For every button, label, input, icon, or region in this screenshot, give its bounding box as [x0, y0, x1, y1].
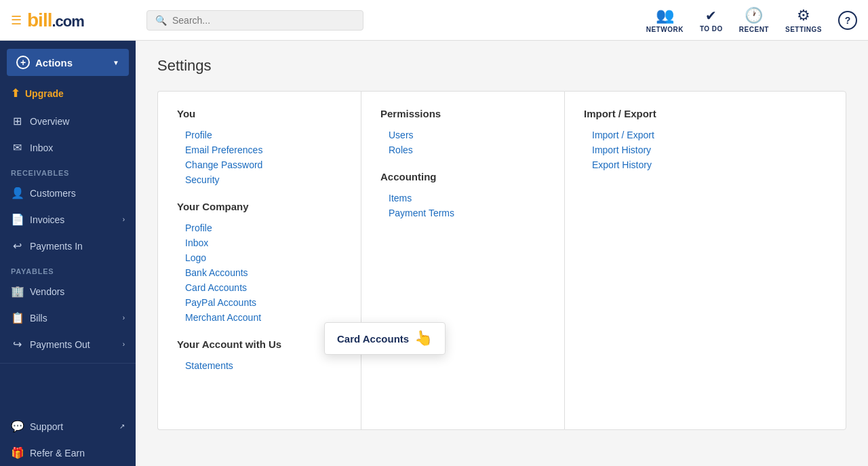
network-button[interactable]: 👥 NETWORK [646, 7, 684, 33]
sidebar: + Actions ▼ ⬆ Upgrade ⊞ Overview ✉ Inbox… [0, 41, 136, 466]
todo-button[interactable]: ✔ TO DO [700, 7, 723, 33]
settings-icon: ⚙ [797, 7, 810, 24]
network-icon: 👥 [656, 7, 674, 24]
link-profile-company[interactable]: Profile [177, 220, 342, 235]
sidebar-item-refer-earn[interactable]: 🎁 Refer & Earn [0, 440, 136, 466]
sidebar-item-support[interactable]: 💬 Support ↗ [0, 413, 136, 440]
hamburger-icon[interactable]: ☰ [11, 13, 22, 28]
bills-chevron-icon: › [123, 314, 125, 322]
invoices-chevron-icon: › [123, 216, 125, 223]
topbar: ☰ bill.com 🔍 👥 NETWORK ✔ TO DO 🕐 RECENT … [0, 0, 868, 41]
settings-panel-you: You Profile Email Preferences Change Pas… [157, 91, 361, 430]
logo: bill.com [27, 9, 84, 31]
payments-in-icon: ↩ [11, 239, 23, 252]
payables-section-label: PAYABLES [0, 259, 136, 278]
link-inbox-company[interactable]: Inbox [177, 235, 342, 250]
topbar-actions: 👥 NETWORK ✔ TO DO 🕐 RECENT ⚙ SETTINGS ? [646, 7, 857, 33]
sidebar-item-customers[interactable]: 👤 Customers [0, 180, 136, 206]
link-export-history[interactable]: Export History [584, 157, 827, 172]
bills-icon: 📋 [11, 311, 23, 324]
link-paypal-accounts[interactable]: PayPal Accounts [177, 295, 342, 310]
actions-plus-icon: + [16, 56, 30, 69]
import-export-section-title: Import / Export [584, 108, 827, 119]
main-layout: + Actions ▼ ⬆ Upgrade ⊞ Overview ✉ Inbox… [0, 41, 868, 466]
payments-in-label: Payments In [30, 241, 83, 252]
upgrade-button[interactable]: ⬆ Upgrade [0, 81, 136, 108]
link-profile-you[interactable]: Profile [177, 128, 342, 142]
todo-icon: ✔ [705, 7, 717, 24]
settings-panel-permissions: Permissions Users Roles Accounting Items… [361, 91, 564, 430]
link-users[interactable]: Users [380, 128, 545, 142]
customers-icon: 👤 [11, 187, 23, 199]
permissions-section-title: Permissions [380, 108, 545, 119]
settings-button[interactable]: ⚙ SETTINGS [785, 7, 822, 33]
overview-label: Overview [30, 116, 69, 127]
invoices-icon: 📄 [11, 213, 23, 226]
card-accounts-tooltip-label: Card Accounts [337, 333, 409, 345]
logo-area: ☰ bill.com [11, 9, 146, 31]
payments-out-label: Payments Out [30, 339, 90, 350]
receivables-section-label: RECEIVABLES [0, 161, 136, 180]
actions-button[interactable]: + Actions ▼ [7, 49, 129, 76]
link-merchant-account[interactable]: Merchant Account [177, 310, 342, 325]
sidebar-item-invoices[interactable]: 📄 Invoices › [0, 206, 136, 233]
recent-button[interactable]: 🕐 RECENT [739, 7, 769, 33]
recent-label: RECENT [739, 26, 769, 33]
actions-label: Actions [35, 57, 73, 69]
todo-label: TO DO [700, 25, 723, 33]
link-logo[interactable]: Logo [177, 250, 342, 265]
search-input[interactable] [172, 15, 355, 26]
link-payment-terms[interactable]: Payment Terms [380, 206, 545, 220]
accounting-section-title: Accounting [380, 171, 545, 182]
sidebar-item-vendors[interactable]: 🏢 Vendors [0, 278, 136, 305]
overview-icon: ⊞ [11, 115, 23, 128]
support-icon: 💬 [11, 420, 23, 433]
sidebar-item-overview[interactable]: ⊞ Overview [0, 108, 136, 134]
sidebar-divider [0, 363, 136, 364]
actions-chevron-icon: ▼ [113, 59, 119, 66]
search-icon: 🔍 [155, 15, 167, 26]
refer-earn-icon: 🎁 [11, 446, 23, 459]
sidebar-item-payments-out[interactable]: ↪ Payments Out › [0, 331, 136, 357]
page-title: Settings [157, 57, 846, 75]
settings-grid: You Profile Email Preferences Change Pas… [157, 91, 846, 430]
settings-label: SETTINGS [785, 26, 822, 33]
link-items[interactable]: Items [380, 191, 545, 206]
inbox-label: Inbox [30, 142, 53, 153]
link-email-preferences[interactable]: Email Preferences [177, 142, 342, 157]
sidebar-item-payments-in[interactable]: ↩ Payments In [0, 233, 136, 259]
bills-label: Bills [30, 313, 47, 324]
link-change-password[interactable]: Change Password [177, 157, 342, 172]
vendors-icon: 🏢 [11, 285, 23, 298]
payments-out-icon: ↪ [11, 338, 23, 351]
recent-icon: 🕐 [745, 7, 763, 24]
content-area: Settings You Profile Email Preferences C… [136, 41, 868, 466]
cursor-hand-icon: 👆 [413, 328, 434, 349]
you-section-title: You [177, 108, 342, 119]
support-external-icon: ↗ [119, 423, 125, 430]
customers-label: Customers [30, 188, 76, 199]
your-account-section-title: Your Account with Us [177, 338, 342, 350]
invoices-label: Invoices [30, 214, 64, 225]
link-security[interactable]: Security [177, 172, 342, 187]
sidebar-bottom: 💬 Support ↗ 🎁 Refer & Earn [0, 413, 136, 466]
link-bank-accounts[interactable]: Bank Accounts [177, 265, 342, 280]
sidebar-item-inbox[interactable]: ✉ Inbox [0, 134, 136, 161]
sidebar-item-bills[interactable]: 📋 Bills › [0, 305, 136, 331]
link-import-history[interactable]: Import History [584, 142, 827, 157]
link-card-accounts[interactable]: Card Accounts [177, 280, 342, 295]
inbox-icon: ✉ [11, 141, 23, 154]
help-button[interactable]: ? [838, 11, 857, 30]
settings-panel-import-export: Import / Export Import / Export Import H… [564, 91, 846, 430]
payments-out-chevron-icon: › [123, 341, 125, 348]
link-roles[interactable]: Roles [380, 142, 545, 157]
upgrade-label: Upgrade [25, 88, 64, 99]
card-accounts-tooltip[interactable]: Card Accounts 👆 [324, 322, 446, 355]
your-company-section-title: Your Company [177, 201, 342, 212]
support-label: Support [30, 421, 63, 432]
upgrade-icon: ⬆ [11, 87, 20, 100]
link-import-export[interactable]: Import / Export [584, 128, 827, 142]
refer-earn-label: Refer & Earn [30, 448, 85, 459]
search-bar[interactable]: 🔍 [146, 10, 363, 31]
link-statements[interactable]: Statements [177, 358, 342, 373]
